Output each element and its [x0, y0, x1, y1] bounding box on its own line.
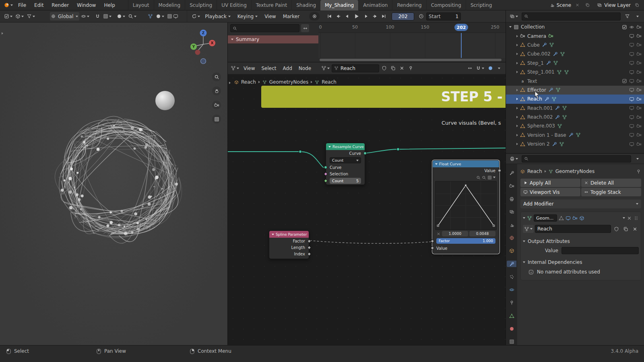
render-visibility-icon[interactable]	[636, 142, 642, 147]
tab-world[interactable]	[507, 234, 516, 241]
scene-unlink-icon[interactable]	[573, 1, 581, 9]
play-button[interactable]	[352, 12, 361, 21]
snapping-dropdown[interactable]	[475, 64, 485, 72]
scene-selector[interactable]: Scene	[549, 1, 592, 9]
node-tree-browse-icon[interactable]	[320, 64, 331, 72]
outliner-options-caret[interactable]	[634, 12, 642, 21]
node-tree-copy-icon[interactable]	[389, 64, 397, 72]
overlay-toggle-icon[interactable]	[486, 64, 494, 72]
outliner-row-cube002[interactable]: Cube.002	[506, 49, 644, 58]
curve-input-socket[interactable]	[324, 166, 327, 169]
collection-row[interactable]: Collection	[506, 23, 644, 31]
gizmo-toggle-icon[interactable]	[140, 12, 154, 21]
screen-visibility-icon[interactable]	[629, 97, 634, 102]
workspace-tab-rendering[interactable]: Rendering	[392, 0, 426, 10]
current-frame-badge[interactable]: 202	[454, 24, 468, 31]
menu-select[interactable]: Select	[258, 62, 279, 74]
timeline-filter-button[interactable]	[301, 24, 309, 32]
output-attributes-section[interactable]: Output Attributes	[523, 237, 639, 246]
tab-output[interactable]	[507, 196, 516, 202]
curve-point-y-field[interactable]: 0.0048	[469, 231, 495, 237]
outliner-row-reach001[interactable]: Reach.001	[506, 104, 644, 113]
menu-render[interactable]: Render	[47, 0, 73, 10]
modifier-name-field[interactable]: Geom...	[534, 214, 557, 222]
timeline-search-input[interactable]	[230, 24, 299, 32]
screen-visibility-icon[interactable]	[629, 51, 634, 57]
menu-view[interactable]: View	[240, 62, 258, 74]
curve-output-socket[interactable]	[363, 152, 367, 155]
outliner-row-effector[interactable]: Effector	[506, 86, 644, 95]
jump-to-end-button[interactable]	[380, 12, 388, 21]
modifier-drag-handle[interactable]	[634, 216, 639, 221]
node-group-copy-icon[interactable]	[621, 225, 630, 233]
outliner-row-camera[interactable]: Camera	[506, 31, 644, 40]
transform-orientation-dropdown[interactable]: Global	[50, 12, 79, 21]
tab-texture[interactable]	[507, 339, 516, 345]
current-frame-field[interactable]: 202	[392, 12, 414, 21]
curve-zoom-in-icon[interactable]	[476, 175, 481, 180]
use-preview-range-icon[interactable]	[417, 12, 425, 21]
outliner-filter-icon[interactable]	[623, 12, 631, 21]
summary-channel[interactable]: Summary	[228, 35, 318, 43]
factor-input-socket[interactable]	[431, 239, 434, 243]
next-keyframe-button[interactable]	[371, 12, 379, 21]
render-visibility-icon[interactable]	[636, 115, 642, 120]
next-frame-button[interactable]	[362, 12, 370, 21]
tab-particles[interactable]	[507, 274, 516, 280]
value-input-socket[interactable]	[431, 246, 434, 250]
render-visibility-icon[interactable]	[636, 42, 642, 47]
render-toggle-icon[interactable]	[572, 216, 578, 221]
toggle-stack-button[interactable]: Toggle Stack	[581, 188, 641, 196]
outliner-row-step1[interactable]: Step_1	[506, 59, 644, 68]
render-visibility-icon[interactable]	[636, 33, 642, 39]
menu-add[interactable]: Add	[280, 62, 295, 74]
viewport-3d[interactable]: Z Y X	[0, 23, 227, 345]
selection-input-socket[interactable]	[324, 172, 328, 176]
workspace-tab-modeling[interactable]: Modeling	[154, 0, 185, 10]
add-modifier-dropdown[interactable]: Add Modifier	[520, 200, 641, 208]
tab-object-data[interactable]	[507, 313, 516, 319]
tab-material[interactable]	[507, 325, 516, 332]
menu-node[interactable]: Node	[295, 62, 314, 74]
factor-slider[interactable]: Factor1.000	[436, 238, 495, 244]
node-editor-expand-icon[interactable]	[229, 82, 231, 84]
pin-icon[interactable]	[636, 169, 641, 174]
spline-parameter-node[interactable]: Spline Parameter Factor Length Index	[269, 230, 309, 259]
modifier-extras-caret[interactable]	[623, 217, 625, 219]
node-group-unlink-icon[interactable]	[631, 225, 639, 233]
zoom-tool-dropdown[interactable]	[127, 12, 138, 21]
count-value-field[interactable]: Count5	[330, 178, 361, 184]
render-visibility-icon[interactable]	[636, 105, 642, 111]
breadcrumb-item[interactable]: Reach	[322, 79, 336, 85]
properties-search-input[interactable]	[522, 155, 631, 162]
overlay-dropdown[interactable]	[495, 64, 503, 72]
render-visibility-icon[interactable]	[636, 60, 642, 66]
curve-point-x-field[interactable]: 1.0000	[442, 231, 468, 237]
modifier-close-icon[interactable]	[627, 216, 632, 221]
viewport-toolbar-expand-icon[interactable]	[2, 32, 3, 35]
node-tree-unlink-icon[interactable]	[398, 64, 406, 72]
delete-all-button[interactable]: Delete All	[581, 179, 641, 187]
outliner-row-text[interactable]: Text	[506, 76, 644, 85]
viewport-camera-view-icon[interactable]	[212, 101, 221, 109]
value-output-socket[interactable]	[498, 169, 501, 172]
screen-visibility-icon[interactable]	[629, 87, 634, 93]
node-tree-name-field[interactable]: Reach	[332, 64, 379, 72]
screen-visibility-icon[interactable]	[629, 70, 634, 75]
fake-user-shield-icon[interactable]	[612, 225, 620, 233]
render-visibility-icon[interactable]	[636, 78, 642, 84]
menu-keying[interactable]: Keying	[234, 10, 261, 22]
render-visibility-icon[interactable]	[636, 97, 642, 102]
tab-constraints[interactable]	[507, 300, 516, 306]
shading-mode-icons[interactable]	[166, 12, 180, 21]
screen-visibility-icon[interactable]	[629, 33, 634, 39]
curve-options-caret[interactable]	[493, 177, 495, 178]
menu-file[interactable]: File	[14, 0, 30, 10]
menu-help[interactable]: Help	[100, 0, 119, 10]
modifier-header[interactable]: Geom...	[523, 214, 639, 222]
editor-type-button[interactable]	[229, 64, 240, 72]
exclude-checkbox-icon[interactable]	[622, 78, 627, 84]
menu-window[interactable]: Window	[73, 0, 100, 10]
outliner-row-version2[interactable]: Version 2	[506, 140, 644, 148]
timeline-ruler[interactable]: 0 50 100 150 250 202	[318, 23, 506, 33]
